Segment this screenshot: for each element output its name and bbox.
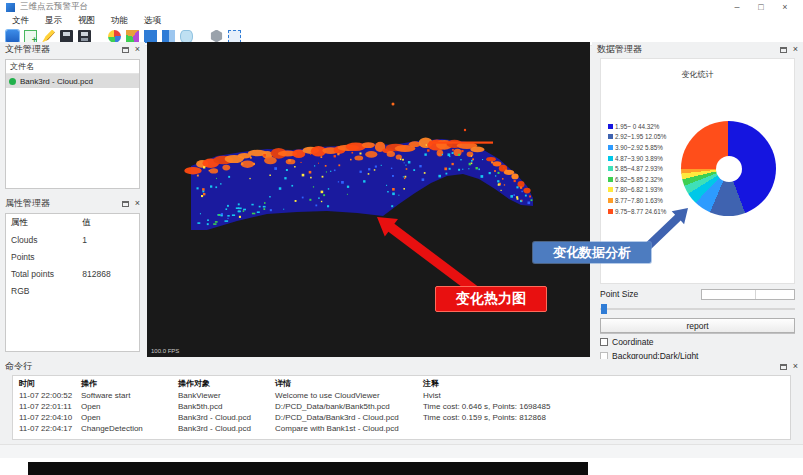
property-column-header: 值 [82, 217, 134, 229]
property-cell: Points [11, 252, 82, 262]
maximize-button[interactable]: □ [749, 0, 773, 14]
snapshot-icon[interactable] [60, 30, 73, 43]
property-row: Clouds1 [6, 231, 139, 248]
checkbox-label: Coordinate [612, 337, 654, 347]
legend-swatch [608, 134, 613, 139]
cube-color-icon[interactable] [126, 30, 139, 43]
file-list: Bank3rd - Cloud.pcd [6, 74, 139, 88]
checkbox-coordinate[interactable]: Coordinate [600, 336, 654, 347]
add-cloud-icon[interactable] [24, 30, 37, 43]
dock-close-icon[interactable]: × [135, 45, 140, 54]
command-cell: Software start [81, 391, 178, 400]
command-cell: Time cost: 0.159 s, Points: 812868 [423, 413, 790, 422]
legend-item: 3.90~2.92 5.85% [608, 142, 666, 153]
menu-item-5[interactable]: 选项 [136, 15, 169, 27]
report-button[interactable]: report [600, 318, 795, 333]
data-manager-header: 数据管理器 × [592, 42, 803, 57]
property-manager-header: 属性管理器 × [0, 196, 145, 211]
legend-label: 7.80~6.82 1.93% [615, 186, 663, 193]
dock-close-icon[interactable]: × [135, 199, 140, 208]
command-line-panel: 命令行 × 时间操作操作对象详情注释11-07 22:00:52Software… [0, 359, 803, 444]
property-manager-title: 属性管理器 [5, 197, 50, 210]
property-manager-panel: 属性管理器 × 属性值Clouds1PointsTotal points8128… [0, 196, 145, 357]
cube-solid-icon[interactable] [144, 30, 157, 43]
legend-swatch [608, 177, 613, 182]
command-cell: ChangeDetection [81, 424, 178, 433]
command-cell: D:/PCD_Data/Bank3rd - Cloud.pcd [275, 413, 423, 422]
dock-close-icon[interactable]: × [793, 45, 798, 54]
command-cell: Open [81, 402, 178, 411]
command-log-row[interactable]: 11-07 22:00:52Software startBankViewerWe… [13, 390, 790, 401]
command-log-row[interactable]: 11-07 22:04:10OpenBank3rd - Cloud.pcdD:/… [13, 412, 790, 423]
property-header-row: 属性值 [6, 214, 139, 231]
command-log-table: 时间操作操作对象详情注释11-07 22:00:52Software start… [12, 375, 791, 440]
color-render-icon[interactable] [108, 30, 121, 43]
checkbox-box[interactable] [600, 338, 608, 346]
menu-item-2[interactable]: 显示 [37, 15, 70, 27]
point-size-row: Point Size [600, 288, 795, 300]
slider-handle[interactable] [601, 304, 607, 314]
app-icon [6, 3, 15, 12]
command-column-header: 详情 [275, 378, 423, 389]
command-cell: Open [81, 413, 178, 422]
command-cell: BankViewer [178, 391, 275, 400]
file-manager-header: 文件管理器 × [0, 42, 145, 57]
window-title: 三维点云预警平台 [20, 1, 88, 13]
cube-split-icon[interactable] [162, 30, 175, 43]
dock-float-icon[interactable] [122, 47, 129, 53]
command-log-row[interactable]: 11-07 22:01:11OpenBank5th.pcdD:/PCD_Data… [13, 401, 790, 412]
property-row: Total points812868 [6, 265, 139, 282]
point-size-label: Point Size [600, 289, 638, 299]
pie-hole [716, 156, 742, 182]
cylinder-icon[interactable] [180, 30, 193, 43]
command-cell: Bank5th.pcd [178, 402, 275, 411]
legend-swatch [608, 187, 613, 192]
bounding-box-icon[interactable] [228, 30, 241, 43]
data-manager-title: 数据管理器 [597, 43, 642, 56]
legend-swatch [608, 124, 613, 129]
legend-swatch [608, 209, 613, 214]
menu-item-4[interactable]: 功能 [103, 15, 136, 27]
command-cell: 11-07 22:00:52 [19, 391, 81, 400]
open-cloud-icon[interactable] [6, 30, 19, 43]
edit-icon[interactable] [42, 30, 55, 43]
point-size-slider[interactable] [600, 303, 795, 315]
status-dot-icon [9, 78, 16, 85]
legend-label: 4.87~3.90 3.89% [615, 155, 663, 162]
property-row: Points [6, 248, 139, 265]
legend-swatch [608, 156, 613, 161]
file-tree-item[interactable]: Bank3rd - Cloud.pcd [6, 74, 139, 88]
property-column-header: 属性 [11, 217, 82, 229]
file-tree: 文件名 Bank3rd - Cloud.pcd [5, 59, 140, 189]
point-size-spinbox[interactable] [701, 289, 795, 300]
command-cell: 11-07 22:01:11 [19, 402, 81, 411]
property-cell: 1 [82, 235, 134, 245]
legend-swatch [608, 145, 613, 150]
dock-float-icon[interactable] [122, 201, 129, 207]
menu-item-1[interactable]: 文件 [4, 15, 37, 27]
command-line-header: 命令行 × [0, 359, 803, 374]
close-button[interactable]: × [773, 0, 797, 14]
command-cell: Welcome to use CloudViewer [275, 391, 423, 400]
command-cell: Bank3rd - Cloud.pcd [178, 424, 275, 433]
snapshot-all-icon[interactable] [78, 30, 91, 43]
3d-viewport[interactable]: 变化热力图 100.0 FPS [147, 42, 590, 357]
legend-item: 4.87~3.90 3.89% [608, 153, 666, 164]
command-log-row[interactable]: 11-07 22:04:17ChangeDetectionBank3rd - C… [13, 423, 790, 434]
minimize-button[interactable]: – [725, 0, 749, 14]
mesh-icon[interactable] [210, 30, 223, 43]
titlebar: 三维点云预警平台 – □ × [0, 0, 803, 14]
dock-float-icon[interactable] [780, 47, 787, 53]
legend-item: 1.95~ 0 44.32% [608, 121, 666, 132]
legend-item: 2.92~1.95 12.05% [608, 132, 666, 143]
dock-float-icon[interactable] [780, 364, 787, 370]
command-cell: Hvist [423, 391, 790, 400]
property-row: RGB [6, 282, 139, 299]
legend-label: 2.92~1.95 12.05% [615, 133, 666, 140]
command-cell: Time cost: 0.646 s, Points: 1698485 [423, 402, 790, 411]
command-column-header: 操作 [81, 378, 178, 389]
dock-close-icon[interactable]: × [793, 362, 798, 371]
command-cell: Bank3rd - Cloud.pcd [178, 413, 275, 422]
legend-label: 6.82~5.85 2.32% [615, 176, 663, 183]
menu-item-3[interactable]: 视图 [70, 15, 103, 27]
